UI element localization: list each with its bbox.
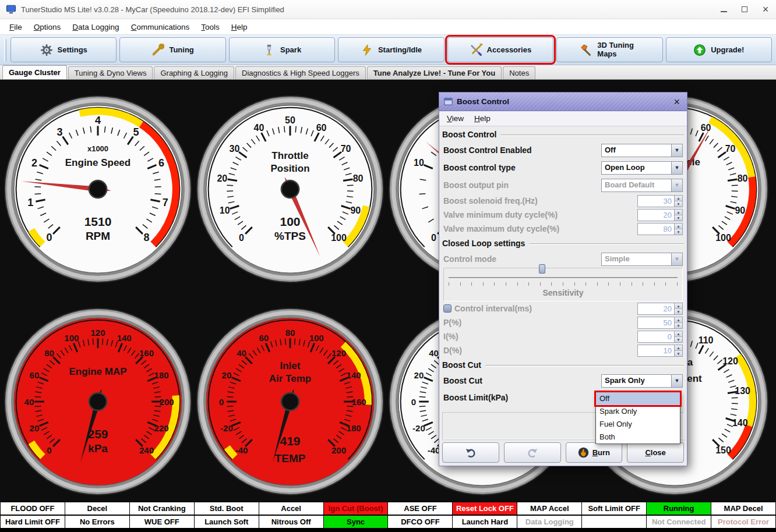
svg-text:160: 160 [139,348,154,358]
menu-communications[interactable]: Communications [125,21,196,33]
svg-text:90: 90 [350,205,361,215]
popup-item-both[interactable]: Both [596,431,680,444]
titlebar[interactable]: TunerStudio MS Lite! v3.0.28 - MyCar (Sp… [0,0,776,19]
spinner-up-icon[interactable]: ▲ [675,317,682,323]
tab-tune-analyze-live-tune-for-you[interactable]: Tune Analyze Live! - Tune For You [367,66,502,79]
indicator-dfco-off: DFCO OFF [388,516,452,528]
tab-gauge-cluster[interactable]: Gauge Cluster [2,65,67,79]
svg-text:180: 180 [154,370,169,380]
hammer-icon [580,44,592,56]
popup-item-off[interactable]: Off [596,392,680,405]
combo-boost-control-enabled[interactable]: Off▼ [601,144,683,157]
slider-tick [528,282,529,286]
dialog-titlebar[interactable]: Boost Control × [439,93,687,111]
menu-help[interactable]: Help [225,21,253,33]
tab-diagnostics-high-speed-loggers[interactable]: Diagnostics & High Speed Loggers [235,66,366,79]
svg-text:0: 0 [46,232,52,243]
spinner-down-icon[interactable]: ▼ [675,309,682,314]
menu-data-logging[interactable]: Data Logging [66,21,125,33]
minimize-button[interactable] [713,0,734,19]
spinner-down-icon[interactable]: ▼ [675,323,682,328]
spinner-p[interactable]: 50▲▼ [637,317,683,329]
status-row-1: FLOOD OFFDecelNot CrankingStd. BootAccel… [1,502,775,515]
maximize-icon [742,6,747,12]
popup-item-spark-only[interactable]: Spark Only [596,405,680,418]
spinner-d[interactable]: 10▲▼ [637,345,683,357]
row-d: D(%)10▲▼ [442,343,684,357]
section-closed-loop-settings: Closed Loop settings [442,236,684,250]
spinner-valve-maximum-duty-cycle[interactable]: 80▲▼ [637,223,683,235]
toolbar-settings-button[interactable]: Settings [10,37,117,62]
tab-graphing-logging[interactable]: Graphing & Logging [154,66,234,79]
spinner-i[interactable]: 0▲▼ [637,331,683,343]
indicator-sync: Sync [324,516,388,528]
tab-notes[interactable]: Notes [503,66,535,79]
sensitivity-slider[interactable]: Sensitivity [443,268,683,302]
combo-arrow-icon[interactable]: ▼ [671,375,682,387]
popup-item-fuel-only[interactable]: Fuel Only [596,418,680,431]
section-rule [485,365,684,367]
spinner-up-icon[interactable]: ▲ [675,224,682,229]
svg-text:40: 40 [237,348,246,358]
toolbar-label-accessories: Accessories [487,45,532,54]
spinner-boost-solenoid-freq-hz[interactable]: 30▲▼ [637,195,683,207]
spinner-up-icon[interactable]: ▲ [675,196,682,201]
spinner-valve-minimum-duty-cycle[interactable]: 20▲▼ [637,209,683,221]
dialog-menu-view[interactable]: View [442,113,469,124]
spinner-up-icon[interactable]: ▲ [675,331,682,337]
status-row-2: Hard Limit OFFNo ErrorsWUE OFFLaunch Sof… [1,516,775,528]
spinner-value-boost-solenoid-freq-hz: 30 [637,195,674,207]
spinner-down-icon[interactable]: ▼ [675,215,682,221]
combo-arrow-icon[interactable]: ▼ [671,179,682,191]
indicator-reset-lock-off: Reset Lock OFF [453,502,517,515]
spinner-up-icon[interactable]: ▲ [675,345,682,351]
svg-text:7: 7 [163,197,168,208]
tab-tuning-dyno-views[interactable]: Tuning & Dyno Views [68,66,153,79]
toolbar-starting-idle-button[interactable]: Starting/Idle [338,37,444,62]
dialog-menu-help[interactable]: Help [469,113,496,124]
close-button[interactable]: × [755,0,776,19]
combo-arrow-icon[interactable]: ▼ [671,162,682,174]
toolbar-accessories-button[interactable]: Accessories [447,37,553,62]
burn-button[interactable]: Burn [566,442,623,463]
spinner-up-icon[interactable]: ▲ [675,303,682,309]
toolbar-spark-button[interactable]: Spark [229,37,335,62]
svg-text:1: 1 [27,197,33,208]
combo-control-mode[interactable]: Simple▼ [601,253,683,266]
svg-text:1510: 1510 [84,215,112,228]
svg-text:220: 220 [154,423,169,433]
svg-text:200: 200 [331,445,346,455]
combo-arrow-icon[interactable]: ▼ [671,253,682,265]
toolbar-tuning-button[interactable]: Tuning [119,37,225,62]
redo-button[interactable] [504,442,561,463]
spinner-down-icon[interactable]: ▼ [675,351,682,356]
svg-text:0: 0 [47,445,51,455]
menu-file[interactable]: File [3,21,28,33]
indicator-wue-off: WUE OFF [130,516,194,528]
toolbar-upgrade-button[interactable]: Upgrade! [666,37,772,62]
svg-text:60: 60 [30,370,40,380]
dialog-close-icon[interactable]: × [671,97,682,107]
combo-boost-output-pin[interactable]: Board Default▼ [601,179,683,192]
combo-boost-control-type[interactable]: Open Loop▼ [601,161,683,175]
combo-boost-cut[interactable]: Spark Only▼ [601,374,683,388]
close-button[interactable]: Close [627,442,684,463]
maximize-button[interactable] [734,0,755,19]
spinner-down-icon[interactable]: ▼ [675,229,682,235]
toolbar-3d-tuning-maps-button[interactable]: 3D Tuning Maps [556,37,662,62]
spinner-up-icon[interactable]: ▲ [675,210,682,215]
menu-tools[interactable]: Tools [195,21,225,33]
svg-text:50: 50 [285,115,295,125]
spinner-down-icon[interactable]: ▼ [675,337,682,342]
slider-thumb[interactable] [539,264,545,274]
spinner-control-interval-ms[interactable]: 20▲▼ [637,303,683,315]
boost-cut-dropdown-popup: OffSpark OnlyFuel OnlyBoth [595,392,680,444]
indicator-not-connected: Not Connected [647,516,711,528]
undo-icon [465,446,477,458]
combo-arrow-icon[interactable]: ▼ [671,144,682,157]
section-rule [529,243,684,245]
spinner-down-icon[interactable]: ▼ [675,201,682,207]
undo-button[interactable] [442,442,499,463]
window-title: TunerStudio MS Lite! v3.0.28 - MyCar (Sp… [21,5,713,14]
menu-options[interactable]: Options [28,21,67,33]
